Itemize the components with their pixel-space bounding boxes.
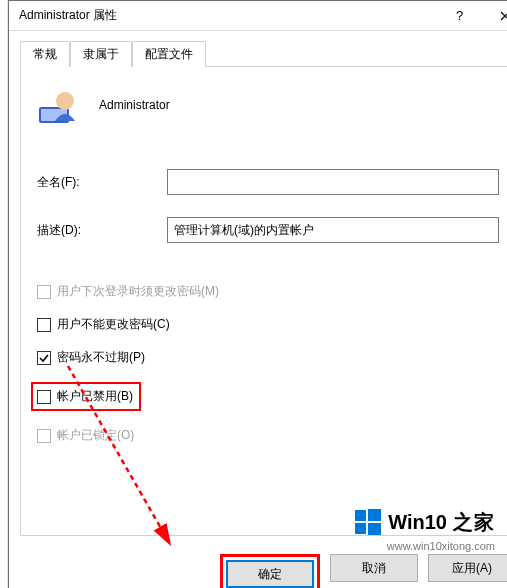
tab-profile[interactable]: 配置文件 <box>132 41 206 67</box>
description-input[interactable] <box>167 217 499 243</box>
description-label: 描述(D): <box>37 222 167 239</box>
tab-general[interactable]: 常规 <box>20 41 70 67</box>
user-icon <box>37 85 77 125</box>
svg-rect-7 <box>355 523 366 534</box>
check-locked-label: 帐户已锁定(O) <box>57 427 134 444</box>
checkbox-never-expires[interactable] <box>37 351 51 365</box>
tab-page-general: Administrator 全名(F): 描述(D): 用户下次登录时须更改密码… <box>20 66 507 536</box>
check-never-expires[interactable]: 密码永不过期(P) <box>37 349 499 366</box>
check-never-expires-label: 密码永不过期(P) <box>57 349 145 366</box>
close-button[interactable] <box>482 1 507 30</box>
apply-button[interactable]: 应用(A) <box>428 554 507 582</box>
check-cannot-change[interactable]: 用户不能更改密码(C) <box>37 316 499 333</box>
cancel-button[interactable]: 取消 <box>330 554 418 582</box>
svg-rect-6 <box>368 509 381 521</box>
external-sidebar-sliver <box>0 0 8 588</box>
check-cannot-change-label: 用户不能更改密码(C) <box>57 316 170 333</box>
watermark-url: www.win10xitong.com <box>387 540 495 552</box>
titlebar: Administrator 属性 ? <box>9 1 507 31</box>
dialog-buttons: 确定 取消 应用(A) <box>9 548 507 588</box>
properties-dialog: Administrator 属性 ? 常规 隶属于 配置文件 Administr… <box>8 0 507 588</box>
help-button[interactable]: ? <box>437 1 482 30</box>
checkbox-locked <box>37 429 51 443</box>
watermark-brand-cn: 之家 <box>453 509 495 536</box>
svg-rect-5 <box>355 510 366 521</box>
ok-button[interactable]: 确定 <box>226 560 314 588</box>
checkbox-must-change <box>37 285 51 299</box>
description-row: 描述(D): <box>37 217 499 243</box>
user-header: Administrator <box>37 85 499 125</box>
fullname-row: 全名(F): <box>37 169 499 195</box>
tab-strip: 常规 隶属于 配置文件 <box>20 40 507 66</box>
tab-memberof[interactable]: 隶属于 <box>70 41 132 67</box>
svg-point-3 <box>58 92 72 106</box>
dialog-client: 常规 隶属于 配置文件 Administrator 全名(F): 描 <box>9 31 507 548</box>
check-must-change: 用户下次登录时须更改密码(M) <box>37 283 499 300</box>
window-title: Administrator 属性 <box>19 7 437 24</box>
svg-rect-8 <box>368 523 381 535</box>
watermark-brand-en: Win10 <box>388 511 447 534</box>
check-account-disabled-label: 帐户已禁用(B) <box>57 388 133 405</box>
fullname-label: 全名(F): <box>37 174 167 191</box>
checkbox-cannot-change[interactable] <box>37 318 51 332</box>
checkbox-account-disabled[interactable] <box>37 390 51 404</box>
watermark-logo: Win10 之家 <box>354 508 495 536</box>
windows-logo-icon <box>354 508 382 536</box>
username-label: Administrator <box>99 98 170 112</box>
close-icon <box>500 11 508 21</box>
highlight-account-disabled: 帐户已禁用(B) <box>31 382 141 411</box>
fullname-input[interactable] <box>167 169 499 195</box>
highlight-ok-button: 确定 <box>220 554 320 588</box>
check-locked: 帐户已锁定(O) <box>37 427 499 444</box>
check-must-change-label: 用户下次登录时须更改密码(M) <box>57 283 219 300</box>
